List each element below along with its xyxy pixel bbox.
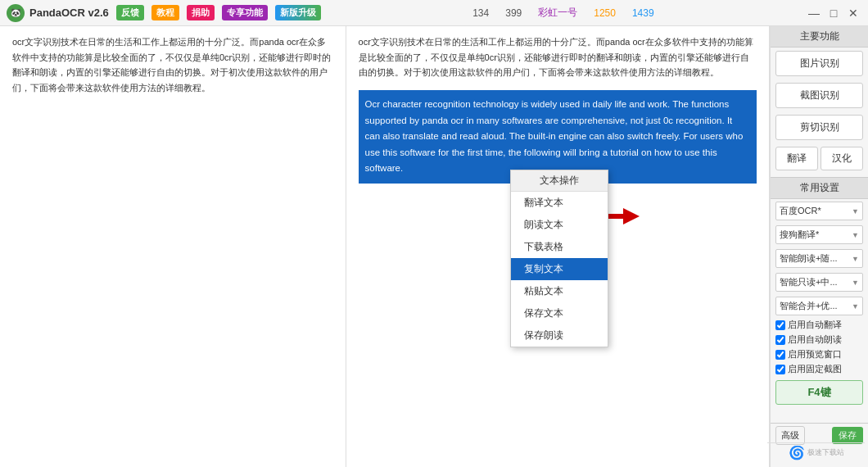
auto-read-checkbox-row: 启用自动朗读 <box>775 334 863 346</box>
settings-title: 常用设置 <box>771 177 868 199</box>
translate-engine-dropdown[interactable]: 搜狗翻译* ▼ <box>775 225 863 244</box>
smart-readonly-dropdown[interactable]: 智能只读+中... ▼ <box>775 273 863 292</box>
tutorial-btn[interactable]: 教程 <box>151 5 179 20</box>
smart-readonly-arrow: ▼ <box>852 279 859 287</box>
image-recognition-btn[interactable]: 图片识别 <box>775 51 863 76</box>
main-function-title: 主要功能 <box>771 26 868 48</box>
context-menu-translate[interactable]: 翻译文本 <box>511 192 608 214</box>
context-menu-download[interactable]: 下载表格 <box>511 236 608 258</box>
title-left: 🐼 PandaOCR v2.6 反馈 教程 捐助 专享功能 新版升级 <box>7 4 321 22</box>
stat-399: 399 <box>505 7 522 19</box>
svg-rect-1 <box>607 214 623 219</box>
screenshot-recognition-btn[interactable]: 截图识别 <box>775 83 863 108</box>
feedback-btn[interactable]: 反馈 <box>116 5 144 20</box>
watermark: 🌀 极速下载站 <box>767 442 865 462</box>
preview-window-label: 启用预览窗口 <box>788 349 842 360</box>
preview-window-checkbox[interactable] <box>775 350 785 360</box>
context-menu-read[interactable]: 朗读文本 <box>511 214 608 236</box>
smart-read-label: 智能朗读+随... <box>780 252 838 265</box>
fixed-screenshot-checkbox-row: 启用固定截图 <box>775 364 863 375</box>
stat-134: 134 <box>472 7 489 19</box>
ocr-engine-arrow: ▼ <box>852 207 859 215</box>
smart-readonly-label: 智能只读+中... <box>780 276 838 288</box>
auto-translate-checkbox[interactable] <box>775 320 785 330</box>
stat-1439: 1439 <box>632 7 654 19</box>
sinicize-btn[interactable]: 汉化 <box>821 147 863 170</box>
app-logo: 🐼 <box>7 4 25 22</box>
minimize-button[interactable]: — <box>806 5 822 21</box>
ocr-engine-dropdown[interactable]: 百度OCR* ▼ <box>775 202 863 220</box>
window-controls: — □ ✕ <box>806 5 861 21</box>
smart-read-arrow: ▼ <box>852 255 859 263</box>
app-title: PandaOCR v2.6 <box>29 7 109 19</box>
upgrade-btn[interactable]: 新版升级 <box>275 5 321 20</box>
ocr-engine-label: 百度OCR* <box>780 205 821 217</box>
title-bar: 🐼 PandaOCR v2.6 反馈 教程 捐助 专享功能 新版升级 134 3… <box>0 0 868 26</box>
context-menu-copy[interactable]: 复制文本 <box>511 258 608 280</box>
save-button[interactable]: 保存 <box>832 427 863 444</box>
context-menu-save-text[interactable]: 保存文本 <box>511 302 608 324</box>
chinese-text-right: ocr文字识别技术在日常的生活和工作上都运用的十分广泛。而panda ocr在众… <box>355 34 761 80</box>
context-menu: 文本操作 翻译文本 朗读文本 下载表格 复制文本 粘贴文本 保存文本 保存朗读 <box>510 170 608 347</box>
arrow-indicator <box>607 206 640 229</box>
context-menu-header: 文本操作 <box>511 170 608 192</box>
context-menu-save-read[interactable]: 保存朗读 <box>511 324 608 347</box>
translate-btn[interactable]: 翻译 <box>775 147 818 170</box>
smart-read-dropdown[interactable]: 智能朗读+随... ▼ <box>775 249 863 268</box>
f4-button[interactable]: F4键 <box>775 380 863 405</box>
auto-read-label: 启用自动朗读 <box>788 334 842 346</box>
watermark-text: 极速下载站 <box>807 447 844 458</box>
smart-merge-dropdown[interactable]: 智能合并+优... ▼ <box>775 297 863 315</box>
context-menu-paste[interactable]: 粘贴文本 <box>511 280 608 302</box>
maximize-button[interactable]: □ <box>825 5 842 21</box>
svg-marker-0 <box>623 208 640 224</box>
clip-recognition-btn[interactable]: 剪切识别 <box>775 115 863 140</box>
smart-merge-label: 智能合并+优... <box>780 300 838 312</box>
fixed-screenshot-label: 启用固定截图 <box>788 364 842 375</box>
main-container: ocr文字识别技术在日常的生活和工作上都运用的十分广泛。而panda ocr在众… <box>0 26 868 467</box>
premium-btn[interactable]: 专享功能 <box>222 5 268 20</box>
close-button[interactable]: ✕ <box>845 5 861 21</box>
smart-merge-arrow: ▼ <box>852 302 859 311</box>
right-sidebar: 主要功能 图片识别 截图识别 剪切识别 翻译 汉化 常用设置 百度OCR* ▼ … <box>770 26 868 467</box>
translate-engine-label: 搜狗翻译* <box>780 229 819 241</box>
stat-rainbow: 彩虹一号 <box>538 6 577 20</box>
fixed-screenshot-checkbox[interactable] <box>775 365 785 374</box>
auto-translate-checkbox-row: 启用自动翻译 <box>775 320 863 331</box>
chinese-text-left: ocr文字识别技术在日常的生活和工作上都运用的十分广泛。而panda ocr在众… <box>8 34 337 96</box>
left-panel: ocr文字识别技术在日常的生活和工作上都运用的十分广泛。而panda ocr在众… <box>0 26 770 467</box>
auto-translate-label: 启用自动翻译 <box>788 320 842 331</box>
auto-read-checkbox[interactable] <box>775 335 785 345</box>
stat-1250: 1250 <box>594 7 616 19</box>
action-buttons-row: 翻译 汉化 <box>775 147 863 170</box>
donate-btn[interactable]: 捐助 <box>187 5 215 20</box>
translate-engine-arrow: ▼ <box>852 231 859 239</box>
stats-bar: 134 399 彩虹一号 1250 1439 <box>472 6 653 20</box>
preview-window-checkbox-row: 启用预览窗口 <box>775 349 863 360</box>
